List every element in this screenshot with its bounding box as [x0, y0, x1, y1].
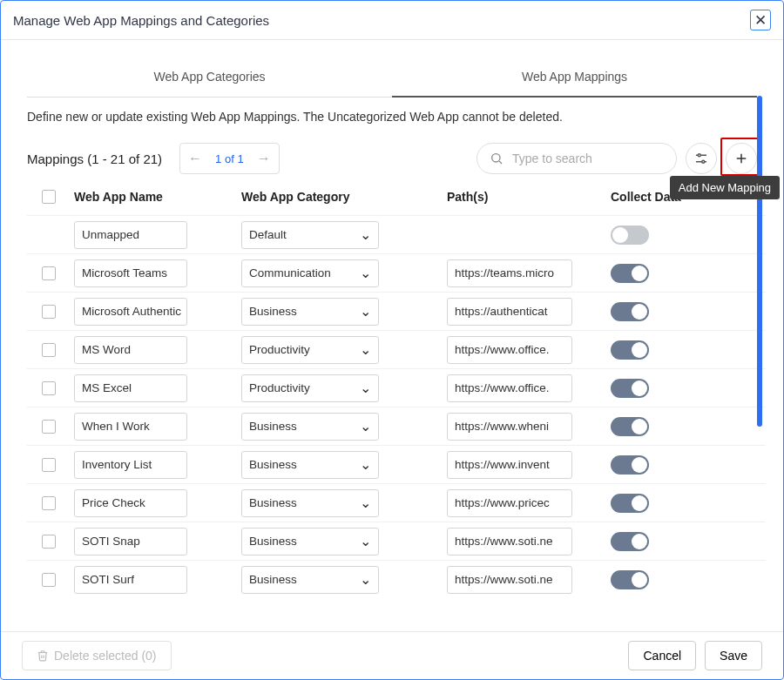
arrow-right-icon: → — [257, 151, 271, 166]
tab-categories[interactable]: Web App Categories — [27, 61, 392, 98]
collect-toggle[interactable] — [611, 570, 649, 589]
row-checkbox[interactable] — [42, 305, 56, 319]
table-row: Price CheckBusiness⌄https://www.pricec — [27, 483, 766, 522]
name-input[interactable]: Inventory List — [74, 451, 187, 479]
collect-toggle[interactable] — [611, 340, 649, 360]
delete-selected-label: Delete selected (0) — [54, 649, 157, 663]
row-checkbox[interactable] — [42, 573, 56, 587]
row-checkbox[interactable] — [42, 420, 56, 434]
table-row: MS WordProductivity⌄https://www.office. — [27, 330, 766, 368]
category-select[interactable]: Business⌄ — [241, 528, 379, 555]
category-value: Default — [249, 228, 287, 241]
row-checkbox[interactable] — [42, 266, 56, 280]
name-input[interactable]: MS Word — [74, 336, 187, 364]
row-checkbox[interactable] — [42, 381, 56, 395]
toolbar: Mappings (1 - 21 of 21) ← 1 of 1 → — [1, 127, 783, 185]
col-header-category[interactable]: Web App Category — [241, 190, 412, 204]
trash-icon — [37, 650, 49, 662]
close-icon: ✕ — [754, 13, 767, 28]
table-row: When I WorkBusiness⌄https://www.wheni — [27, 407, 766, 445]
path-input[interactable]: https://teams.micro — [447, 259, 572, 287]
row-checkbox[interactable] — [42, 343, 56, 357]
category-value: Productivity — [249, 381, 310, 394]
sliders-icon — [693, 151, 709, 166]
chevron-down-icon: ⌄ — [360, 418, 371, 434]
name-input[interactable]: SOTI Surf — [74, 566, 187, 594]
name-input[interactable]: MS Excel — [74, 374, 187, 402]
collect-toggle[interactable] — [611, 455, 649, 475]
table-row: Microsoft AuthenticBusiness⌄https://auth… — [27, 292, 766, 330]
path-input[interactable]: https://www.wheni — [447, 413, 572, 441]
filter-button[interactable] — [686, 143, 717, 174]
cancel-label: Cancel — [643, 649, 681, 663]
tab-description: Define new or update existing Web App Ma… — [1, 98, 783, 127]
dialog-header: Manage Web App Mappings and Categories ✕ — [1, 1, 783, 40]
category-select[interactable]: Business⌄ — [241, 451, 379, 479]
table-row: Microsoft TeamsCommunication⌄https://tea… — [27, 253, 766, 292]
table-row: SOTI SurfBusiness⌄https://www.soti.ne — [27, 560, 766, 598]
pager-next[interactable]: → — [249, 144, 279, 173]
row-checkbox[interactable] — [42, 458, 56, 472]
tabs: Web App Categories Web App Mappings — [27, 61, 757, 98]
pager: ← 1 of 1 → — [179, 143, 280, 174]
collect-toggle[interactable] — [611, 302, 649, 321]
row-checkbox[interactable] — [42, 535, 56, 549]
path-input[interactable]: https://www.office. — [447, 336, 572, 364]
category-value: Business — [249, 496, 297, 509]
search-box[interactable] — [476, 143, 677, 174]
collect-toggle[interactable] — [611, 494, 649, 513]
name-input[interactable]: When I Work — [74, 413, 187, 441]
pager-prev[interactable]: ← — [180, 144, 210, 173]
name-input[interactable]: Microsoft Authentic — [74, 298, 187, 326]
name-input[interactable]: Price Check — [74, 489, 187, 517]
dialog-manage-mappings: Manage Web App Mappings and Categories ✕… — [0, 0, 784, 680]
dialog-title: Manage Web App Mappings and Categories — [13, 13, 269, 28]
collect-toggle[interactable] — [611, 417, 649, 436]
category-select[interactable]: Default⌄ — [241, 221, 379, 249]
chevron-down-icon: ⌄ — [360, 495, 371, 511]
save-button[interactable]: Save — [705, 641, 762, 670]
cancel-button[interactable]: Cancel — [628, 641, 696, 670]
scrollbar-thumb[interactable] — [757, 96, 762, 427]
category-value: Productivity — [249, 343, 310, 356]
table-row: MS ExcelProductivity⌄https://www.office. — [27, 368, 766, 407]
search-input[interactable] — [510, 151, 664, 166]
chevron-down-icon: ⌄ — [360, 533, 371, 549]
row-checkbox[interactable] — [42, 496, 56, 510]
name-input[interactable]: Microsoft Teams — [74, 259, 187, 287]
category-value: Communication — [249, 266, 331, 279]
category-select[interactable]: Business⌄ — [241, 298, 379, 326]
collect-toggle — [611, 226, 649, 245]
category-select[interactable]: Business⌄ — [241, 413, 379, 441]
chevron-down-icon: ⌄ — [360, 571, 371, 588]
tab-mappings[interactable]: Web App Mappings — [392, 61, 757, 98]
name-input[interactable]: SOTI Snap — [74, 528, 187, 555]
path-input[interactable]: https://www.soti.ne — [447, 528, 572, 555]
mappings-table: Web App Name Web App Category Path(s) Co… — [1, 185, 783, 631]
category-value: Business — [249, 573, 297, 586]
add-mapping-tooltip: Add New Mapping — [670, 176, 780, 199]
select-all-checkbox[interactable] — [42, 190, 56, 204]
path-input[interactable]: https://authenticat — [447, 298, 572, 326]
collect-toggle[interactable] — [611, 264, 649, 283]
category-select[interactable]: Communication⌄ — [241, 259, 379, 287]
path-input[interactable]: https://www.soti.ne — [447, 566, 572, 594]
table-header: Web App Name Web App Category Path(s) Co… — [27, 185, 766, 215]
delete-selected-button: Delete selected (0) — [22, 641, 172, 670]
close-button[interactable]: ✕ — [750, 10, 771, 30]
category-select[interactable]: Business⌄ — [241, 566, 379, 594]
path-input[interactable]: https://www.office. — [447, 374, 572, 402]
table-row: UnmappedDefault⌄ — [27, 215, 766, 253]
name-input[interactable]: Unmapped — [74, 221, 187, 249]
category-select[interactable]: Productivity⌄ — [241, 336, 379, 364]
col-header-name[interactable]: Web App Name — [71, 190, 241, 204]
table-row: Inventory ListBusiness⌄https://www.inven… — [27, 445, 766, 483]
path-input[interactable]: https://www.invent — [447, 451, 572, 479]
chevron-down-icon: ⌄ — [360, 380, 371, 396]
category-select[interactable]: Business⌄ — [241, 489, 379, 517]
collect-toggle[interactable] — [611, 379, 649, 398]
collect-toggle[interactable] — [611, 532, 649, 551]
category-select[interactable]: Productivity⌄ — [241, 374, 379, 402]
col-header-paths[interactable]: Path(s) — [412, 190, 583, 204]
path-input[interactable]: https://www.pricec — [447, 489, 572, 517]
